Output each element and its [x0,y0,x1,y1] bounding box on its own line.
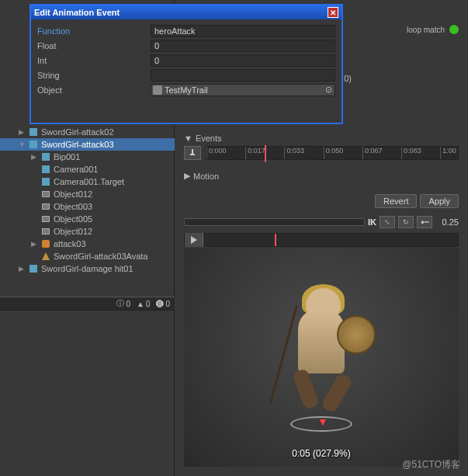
mesh-icon [40,202,51,211]
events-timeline[interactable]: 0:0000:0170:0330:0500:0670:0831:00 [206,146,459,160]
loop-match-indicator: loop match [407,25,459,34]
play-bar [184,233,459,247]
preview-controls: IK ⤡ ↻ ●━ 0.25 [184,216,459,228]
hierarchy-item[interactable]: Object012 [0,188,175,200]
object-field[interactable]: TestMyTrail ⊙ [151,84,335,96]
svg-rect-0 [192,149,193,154]
hierarchy-item-label: Camera001 [54,165,98,174]
warn-count[interactable]: ▲0 [137,300,150,308]
cube-icon [40,152,51,162]
hierarchy-item[interactable]: ▶SwordGirl-attack02 [0,126,175,138]
add-event-icon [189,149,196,157]
hierarchy-item-label: Object005 [54,214,92,224]
avatar-icon [40,252,51,261]
hierarchy-item[interactable]: ▶attack03 [0,238,175,250]
timeline-tick: 1:00 [440,147,456,159]
expand-arrow-icon[interactable]: ▶ [31,240,40,248]
gameobject-icon [153,85,162,95]
hierarchy-item-label: Object012 [54,227,92,236]
playhead[interactable] [275,234,276,246]
revert-button[interactable]: Revert [375,194,417,208]
hierarchy-item[interactable]: ▶Bip001 [0,151,175,163]
hierarchy-item[interactable]: SwordGirl-attack03Avata [0,250,175,262]
timeline-tick: 0:033 [284,147,304,159]
dialog-titlebar[interactable]: Edit Animation Event ✕ [31,5,341,19]
object-value: TestMyTrail [165,85,324,95]
svg-marker-2 [191,236,197,244]
cube-icon [28,264,39,273]
timeline-tick: 0:050 [324,147,344,159]
object-label: Object [37,85,151,95]
svg-rect-1 [190,154,195,155]
hierarchy-item-label: Camera001.Target [54,177,124,186]
cube-icon [40,165,51,174]
hierarchy-item-label: SwordGirl-attack03 [41,140,114,149]
function-label: Function [37,26,151,36]
expand-arrow-icon[interactable]: ▶ [19,265,28,273]
watermark: @51CTO博客 [402,458,460,471]
play-button[interactable] [185,233,203,247]
int-input[interactable] [151,54,335,67]
events-header[interactable]: ▼ Events [184,134,459,143]
character-model: ▼ [259,280,383,436]
expand-arrow-icon[interactable]: ▶ [19,128,28,136]
hierarchy-item[interactable]: ▶SwordGirl-damage hit01 [0,262,175,275]
cube-icon [28,127,39,137]
mesh-icon [40,189,51,199]
hierarchy-item[interactable]: Camera001 [0,163,175,175]
ik-toggle[interactable]: IK [368,217,376,227]
hierarchy-item-label: SwordGirl-damage hit01 [41,264,133,273]
object-picker-icon[interactable]: ⊙ [324,85,333,95]
float-label: Float [37,41,151,50]
speed-slider[interactable]: ●━ [417,216,432,228]
hierarchy-item[interactable]: Camera001.Target [0,175,175,188]
expand-arrow-icon[interactable]: ▼ [19,141,28,148]
extra-text: 0) [344,74,352,83]
info-count[interactable]: ⓘ0 [116,298,130,309]
apply-button[interactable]: Apply [420,194,459,208]
anim-icon [40,239,51,248]
hierarchy-item-label: Bip001 [54,152,80,162]
error-count[interactable]: ⓿0 [156,300,170,308]
preview-time-label: 0:05 (027.9%) [292,448,350,459]
add-event-button[interactable] [184,146,201,160]
dialog-title-text: Edit Animation Event [34,8,120,17]
mesh-icon [40,214,51,224]
string-input[interactable] [151,69,335,82]
status-bar: ⓘ0 ▲0 ⓿0 [0,297,175,311]
hierarchy-item[interactable]: ▼SwordGirl-attack03 [0,138,175,151]
speed-value: 0.25 [435,217,459,227]
hierarchy-item[interactable]: Object012 [0,225,175,238]
speed-reset-button[interactable]: ↻ [398,216,414,228]
hierarchy-item[interactable]: Object005 [0,213,175,225]
close-button[interactable]: ✕ [328,7,338,18]
timeline-tick: 0:067 [362,147,383,159]
int-label: Int [37,56,151,65]
animation-preview[interactable]: ▼ 0:05 (027.9%) [184,248,459,467]
events-section: ▼ Events 0:0000:0170:0330:0500:0670:0831… [184,134,459,160]
play-progress[interactable] [203,234,458,246]
timeline-tick: 0:017 [245,147,265,159]
expand-arrow-icon[interactable]: ▶ [31,153,40,161]
string-label: String [37,71,151,80]
mesh-icon [40,227,51,236]
timeline-tick: 0:000 [206,147,227,159]
hierarchy-item-label: Object003 [54,202,92,211]
hierarchy-item-label: SwordGirl-attack03Avata [54,252,147,261]
motion-section[interactable]: ▶ Motion [184,171,459,181]
foldout-arrow-icon: ▶ [184,171,190,181]
edit-animation-event-dialog: Edit Animation Event ✕ Function Float In… [29,4,343,124]
hierarchy-item-label: attack03 [54,239,86,248]
loop-match-dot [449,25,459,34]
function-input[interactable] [151,25,335,37]
foldout-arrow-icon: ▼ [184,134,192,143]
hierarchy-item-label: SwordGirl-attack02 [41,127,114,137]
play-icon [190,236,198,244]
pivot-button[interactable]: ⤡ [380,216,395,228]
hierarchy-item[interactable]: Object003 [0,200,175,213]
float-input[interactable] [151,40,335,52]
timeline-tick: 0:083 [401,147,421,159]
hierarchy-item-label: Object012 [54,189,92,199]
cube-icon [40,177,51,186]
scrub-bar[interactable] [184,218,365,226]
